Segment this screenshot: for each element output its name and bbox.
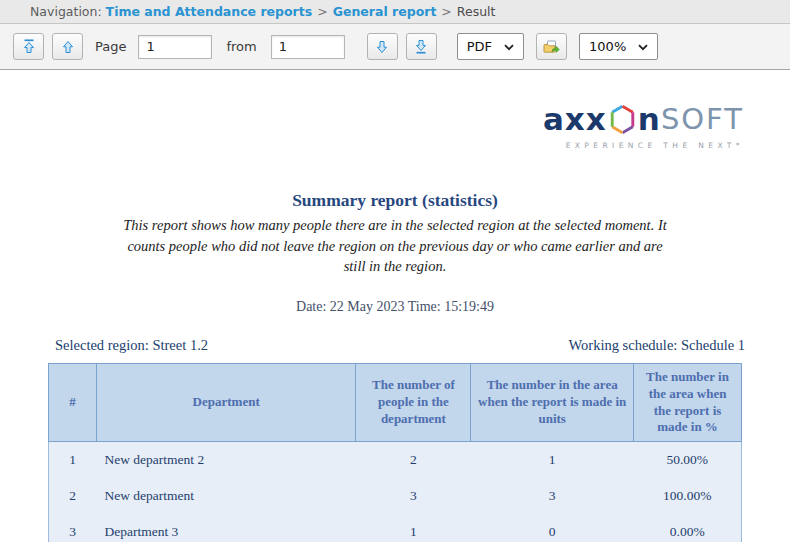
last-page-icon bbox=[414, 39, 428, 54]
export-button[interactable] bbox=[536, 33, 567, 60]
column-header-department: Department bbox=[96, 363, 356, 442]
row-index: 3 bbox=[49, 514, 97, 542]
axxonsoft-logo: axx n SOFT EXPERIENCE THE NEXT* bbox=[0, 104, 744, 150]
chevron-down-icon bbox=[504, 39, 514, 54]
breadcrumb-separator: > bbox=[436, 4, 456, 19]
zoom-level-select[interactable]: 100% bbox=[579, 33, 658, 60]
department-cell: New department bbox=[96, 478, 356, 514]
department-cell: New department 2 bbox=[96, 442, 356, 479]
percent-cell: 50.00% bbox=[634, 442, 742, 479]
zoom-level-value: 100% bbox=[589, 39, 626, 54]
arrow-up-icon bbox=[61, 40, 75, 54]
report-description: This report shows how many people there … bbox=[121, 215, 669, 277]
from-label: from bbox=[226, 39, 256, 54]
breadcrumb-label: Navigation: bbox=[30, 4, 106, 19]
people-cell: 2 bbox=[356, 442, 471, 479]
row-index: 2 bbox=[49, 478, 97, 514]
working-schedule-label: Working schedule: Schedule 1 bbox=[569, 337, 745, 354]
selected-region-label: Selected region: Street 1.2 bbox=[55, 337, 208, 354]
units-cell: 3 bbox=[471, 478, 634, 514]
first-page-button[interactable] bbox=[13, 33, 44, 60]
last-page-button[interactable] bbox=[406, 33, 437, 60]
report-toolbar: Page from PDF bbox=[0, 24, 790, 70]
first-page-icon bbox=[22, 39, 36, 54]
export-icon bbox=[543, 39, 560, 55]
report-date-line: Date: 22 May 2023 Time: 15:19:49 bbox=[0, 299, 790, 315]
breadcrumb-link-general-report[interactable]: General report bbox=[333, 4, 437, 19]
column-header-percent: The number in the area when the report i… bbox=[634, 363, 742, 442]
breadcrumb-current-result: Result bbox=[457, 4, 496, 19]
page-label: Page bbox=[95, 39, 126, 54]
table-row: 3 Department 3 1 0 0.00% bbox=[49, 514, 742, 542]
breadcrumb: Navigation: Time and Attendance reports … bbox=[0, 0, 790, 24]
column-header-number: # bbox=[49, 363, 97, 442]
column-header-units: The number in the area when the report i… bbox=[471, 363, 634, 442]
table-header-row: # Department The number of people in the… bbox=[49, 363, 742, 442]
next-page-button[interactable] bbox=[367, 33, 398, 60]
table-row: 1 New department 2 2 1 50.00% bbox=[49, 442, 742, 479]
units-cell: 1 bbox=[471, 442, 634, 479]
table-body: 1 New department 2 2 1 50.00% 2 New depa… bbox=[49, 442, 742, 542]
report-context-row: Selected region: Street 1.2 Working sche… bbox=[55, 337, 745, 354]
logo-text-soft: SOFT bbox=[661, 105, 744, 134]
breadcrumb-link-time-attendance-reports[interactable]: Time and Attendance reports bbox=[106, 4, 313, 19]
department-cell: Department 3 bbox=[96, 514, 356, 542]
summary-statistics-table: # Department The number of people in the… bbox=[48, 363, 742, 542]
total-pages-input[interactable] bbox=[271, 35, 345, 59]
export-format-select[interactable]: PDF bbox=[457, 33, 524, 60]
axxonsoft-logo-wordmark: axx n SOFT bbox=[543, 104, 744, 135]
percent-cell: 0.00% bbox=[634, 514, 742, 542]
page-number-input[interactable] bbox=[138, 35, 212, 59]
people-cell: 1 bbox=[356, 514, 471, 542]
row-index: 1 bbox=[49, 442, 97, 479]
column-header-people: The number of people in the department bbox=[356, 363, 471, 442]
logo-text-axx: axx bbox=[543, 104, 607, 135]
report-viewer: axx n SOFT EXPERIENCE THE NEXT* Summary … bbox=[0, 104, 790, 542]
chevron-down-icon bbox=[638, 39, 648, 54]
export-format-value: PDF bbox=[467, 39, 492, 54]
arrow-down-icon bbox=[375, 40, 389, 54]
logo-tagline: EXPERIENCE THE NEXT* bbox=[566, 141, 744, 150]
report-title: Summary report (statistics) bbox=[0, 190, 790, 211]
people-cell: 3 bbox=[356, 478, 471, 514]
hexagon-logo-icon bbox=[609, 105, 636, 134]
logo-text-n: n bbox=[638, 104, 661, 135]
table-row: 2 New department 3 3 100.00% bbox=[49, 478, 742, 514]
breadcrumb-separator: > bbox=[312, 4, 332, 19]
units-cell: 0 bbox=[471, 514, 634, 542]
percent-cell: 100.00% bbox=[634, 478, 742, 514]
previous-page-button[interactable] bbox=[52, 33, 83, 60]
